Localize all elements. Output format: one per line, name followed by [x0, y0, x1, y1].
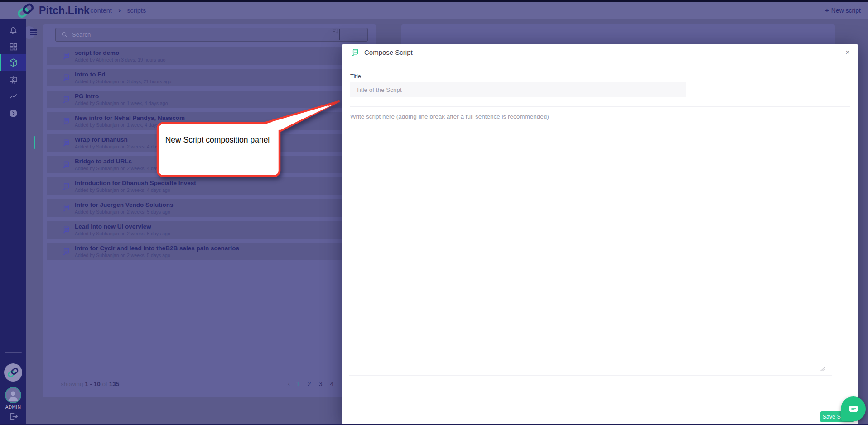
analytics-icon	[9, 92, 18, 101]
cube-icon	[9, 58, 18, 67]
script-title: Intro for Cyclr and lead into theB2B sal…	[75, 245, 239, 253]
sort-icon[interactable]	[332, 28, 339, 35]
sidebar-item-analytics[interactable]	[0, 88, 26, 105]
compose-script-modal: Compose Script × Title Save Script	[342, 44, 858, 425]
script-title-input[interactable]	[350, 82, 686, 97]
sidebar-item-presentations[interactable]	[0, 72, 26, 88]
scripts-list-panel: script for demo Added by Abhijeet on 3 d…	[43, 24, 376, 397]
breadcrumb-item[interactable]: content	[90, 7, 112, 14]
script-icon	[62, 117, 70, 125]
modal-footer-divider	[342, 410, 858, 410]
script-meta: Added by Abhijeet on 3 days, 19 hours ag…	[75, 57, 165, 62]
sidebar-item-dashboard[interactable]	[0, 38, 26, 55]
active-row-indicator	[34, 136, 35, 149]
sidebar-nav: ADMIN	[0, 19, 26, 425]
script-list-item[interactable]: Intro to Ed Added by Subhanjan on 3 days…	[47, 69, 372, 86]
page-button-2[interactable]: 2	[306, 380, 313, 387]
script-title: PG Intro	[75, 93, 168, 100]
search-input[interactable]	[68, 28, 339, 41]
search-divider	[339, 29, 340, 40]
breadcrumb-item[interactable]: scripts	[127, 7, 146, 14]
script-list-item[interactable]: script for demo Added by Abhijeet on 3 d…	[47, 47, 372, 65]
chat-widget-button[interactable]	[841, 396, 866, 421]
script-meta: Added by Subhanjan on 2 weeks, 4 days ag…	[75, 187, 196, 193]
search-icon	[61, 31, 68, 38]
sidebar-item-help[interactable]	[0, 105, 26, 121]
dashboard-icon	[9, 42, 18, 52]
script-meta: Added by Subhanjan on 2 weeks, 5 days ag…	[75, 209, 174, 215]
script-meta: Added by Subhanjan on 2 weeks, 5 days ag…	[75, 231, 170, 236]
sidebar-divider	[5, 352, 22, 353]
script-meta: Added by Subhanjan on 2 weeks, 5 days ag…	[75, 253, 239, 258]
script-title: Lead into new UI overview	[75, 223, 170, 231]
script-icon	[351, 48, 359, 56]
chevron-right-icon: ›	[118, 6, 121, 14]
new-script-button[interactable]: + New script	[825, 2, 861, 19]
top-header: Pitch.Link ›content›scripts + New script	[0, 2, 868, 19]
chat-icon	[848, 405, 859, 413]
chevron-right-icon: ›	[82, 6, 84, 14]
breadcrumb: ›content›scripts	[82, 2, 146, 19]
script-icon	[62, 161, 70, 168]
script-meta: Added by Subhanjan on 1 week, 4 days ago	[75, 100, 168, 106]
page-button-1[interactable]: 1	[294, 380, 301, 387]
script-icon	[62, 52, 70, 60]
person-icon	[6, 388, 20, 402]
sidebar-item-content[interactable]	[0, 54, 26, 71]
script-icon	[62, 96, 70, 103]
script-icon	[62, 204, 70, 212]
modal-body-divider	[350, 106, 850, 107]
search-box[interactable]	[55, 28, 368, 42]
page-button-4[interactable]: 4	[328, 380, 335, 387]
help-circle-icon	[9, 109, 18, 118]
script-list-item[interactable]: Lead into new UI overview Added by Subha…	[47, 221, 372, 239]
script-icon	[62, 248, 70, 255]
script-body-textarea[interactable]	[347, 110, 853, 374]
modal-header: Compose Script ×	[342, 44, 858, 61]
modal-title: Compose Script	[364, 48, 413, 56]
prev-page-button[interactable]: ‹	[288, 380, 290, 387]
textarea-bottom-border	[349, 375, 832, 376]
presentation-icon	[9, 76, 18, 85]
sidebar-brand-avatar[interactable]	[4, 363, 22, 382]
callout-text: New Script composition panel	[159, 135, 276, 146]
user-avatar[interactable]	[5, 387, 21, 403]
resize-handle-icon[interactable]	[820, 366, 826, 372]
script-title: script for demo	[75, 49, 165, 57]
script-title: Intro for Juergen Vendo Solutions	[75, 201, 174, 209]
script-icon	[62, 139, 70, 147]
sidebar-item-notifications[interactable]	[0, 23, 26, 39]
script-icon	[62, 226, 70, 234]
logout-icon	[8, 411, 19, 422]
brand-logo[interactable]: Pitch.Link	[16, 3, 90, 18]
showing-status: showing 1 - 10 of 135	[61, 381, 119, 387]
pagination: ‹ 1234	[288, 380, 335, 387]
page-button-3[interactable]: 3	[317, 380, 324, 387]
sidebar-toggle-button[interactable]	[30, 29, 37, 35]
pitchlink-logo-icon	[16, 3, 35, 18]
admin-label: ADMIN	[0, 405, 26, 410]
script-list-item[interactable]: Intro for Cyclr and lead into theB2B sal…	[47, 243, 372, 260]
script-meta: Added by Subhanjan on 3 days, 21 hours a…	[75, 79, 171, 84]
script-icon	[62, 182, 70, 190]
plus-icon: +	[825, 6, 829, 14]
script-list-item[interactable]: Intro for Juergen Vendo Solutions Added …	[47, 199, 372, 217]
window-top-edge	[0, 0, 868, 2]
bell-icon	[9, 26, 18, 36]
close-icon[interactable]: ×	[842, 47, 853, 58]
script-title: Intro to Ed	[75, 71, 171, 79]
script-icon	[62, 74, 70, 81]
pitchlink-mini-logo-icon	[7, 368, 19, 377]
title-field-label: Title	[350, 73, 361, 80]
logout-button[interactable]	[8, 411, 19, 422]
